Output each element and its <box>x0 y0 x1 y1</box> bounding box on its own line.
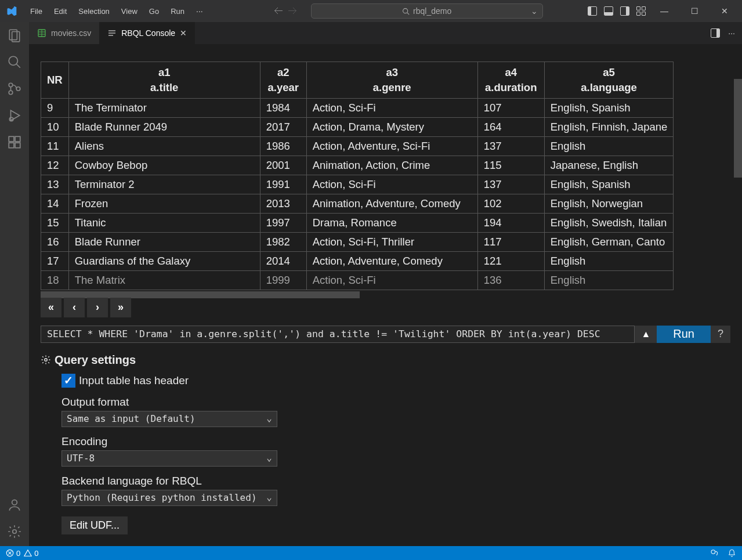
cell-language: Japanese, English <box>544 156 674 175</box>
accounts-icon[interactable] <box>7 497 22 512</box>
svg-line-1 <box>407 12 409 14</box>
toggle-secondary-sidebar-icon[interactable] <box>620 6 629 16</box>
vertical-scrollbar[interactable] <box>734 79 742 178</box>
history-toggle-button[interactable]: ▲ <box>635 326 657 343</box>
menu-file[interactable]: File <box>26 5 47 18</box>
error-icon <box>6 549 14 557</box>
query-input[interactable] <box>41 326 635 343</box>
query-settings: Query settings ✓ Input table has header … <box>41 343 742 534</box>
cell-duration: 102 <box>477 194 544 213</box>
backend-select[interactable]: Python (Requires python installed) <box>61 490 277 506</box>
activity-bar <box>0 22 29 546</box>
command-center[interactable]: rbql_demo ⌄ <box>311 3 543 19</box>
customize-layout-icon[interactable] <box>636 6 646 16</box>
header-code: a3 <box>386 66 398 78</box>
toggle-panel-icon[interactable] <box>604 6 613 16</box>
header-name: a.year <box>266 80 301 95</box>
cell-genre: Action, Drama, Mystery <box>306 117 477 136</box>
search-icon <box>402 8 410 15</box>
menu-edit[interactable]: Edit <box>49 5 71 18</box>
window-close-icon[interactable]: ✕ <box>713 6 736 16</box>
tab-movies-csv[interactable]: movies.csv <box>29 22 99 44</box>
bell-icon[interactable] <box>727 549 736 558</box>
window-minimize-icon[interactable]: — <box>653 6 676 16</box>
settings-gear-icon[interactable] <box>7 524 22 539</box>
query-row: ▲ Run ? <box>41 326 730 343</box>
svg-rect-11 <box>9 136 14 142</box>
table-row: 14Frozen2013Animation, Adventure, Comedy… <box>41 194 674 213</box>
tab-rbql-console[interactable]: RBQL Console ✕ <box>99 22 195 44</box>
cell-genre: Action, Sci-Fi, Thriller <box>306 232 477 251</box>
cell-duration: 115 <box>477 156 544 175</box>
feedback-icon[interactable] <box>710 548 719 558</box>
menu-go[interactable]: Go <box>144 5 164 18</box>
search-activity-icon[interactable] <box>7 55 22 70</box>
cell-nr: 18 <box>41 270 69 290</box>
svg-marker-28 <box>24 550 31 557</box>
svg-rect-13 <box>15 143 20 148</box>
source-control-icon[interactable] <box>7 81 22 96</box>
cell-nr: 15 <box>41 213 69 232</box>
cell-language: English <box>544 251 674 270</box>
split-editor-icon[interactable] <box>711 28 720 38</box>
run-debug-icon[interactable] <box>7 108 22 123</box>
output-format-label: Output format <box>61 396 742 409</box>
svg-point-29 <box>711 550 715 554</box>
nav-back-icon[interactable]: 🡠 <box>274 6 283 16</box>
svg-point-7 <box>9 91 13 95</box>
encoding-select[interactable]: UTF-8 <box>61 450 277 467</box>
svg-point-4 <box>9 56 17 65</box>
cell-genre: Action, Sci-Fi <box>306 98 477 117</box>
svg-point-16 <box>13 530 17 534</box>
cell-title: Frozen <box>68 194 260 213</box>
cell-year: 2014 <box>260 251 306 270</box>
cell-language: English, Spanish <box>544 175 674 194</box>
run-button[interactable]: Run <box>657 326 711 343</box>
pager-prev[interactable]: ‹ <box>64 298 85 317</box>
svg-marker-9 <box>11 110 20 120</box>
header-checkbox[interactable]: ✓ <box>61 374 75 388</box>
extensions-icon[interactable] <box>7 135 22 150</box>
menu-more-icon[interactable]: ··· <box>191 4 208 18</box>
header-code: a1 <box>158 66 171 78</box>
cell-duration: 164 <box>477 117 544 136</box>
cell-year: 1997 <box>260 213 306 232</box>
cell-title: Aliens <box>68 136 260 156</box>
status-errors[interactable]: 0 <box>6 549 20 558</box>
menu-view[interactable]: View <box>117 5 142 18</box>
menu-run[interactable]: Run <box>166 5 189 18</box>
cell-genre: Action, Adventure, Comedy <box>306 251 477 270</box>
cell-language: English, German, Canto <box>544 232 674 251</box>
cell-language: English, Swedish, Italian <box>544 213 674 232</box>
cell-language: English <box>544 270 674 290</box>
cell-genre: Animation, Action, Crime <box>306 156 477 175</box>
status-warnings[interactable]: 0 <box>24 549 38 558</box>
result-table: NR a1a.title a2a.year a3a.genre a4a.dura… <box>41 62 674 290</box>
nav-forward-icon[interactable]: 🡢 <box>288 6 297 16</box>
cell-duration: 136 <box>477 270 544 290</box>
svg-point-0 <box>403 8 408 13</box>
pager-next[interactable]: › <box>87 298 108 317</box>
cell-genre: Action, Adventure, Sci-Fi <box>306 136 477 156</box>
cell-genre: Drama, Romance <box>306 213 477 232</box>
table-row: 16Blade Runner1982Action, Sci-Fi, Thrill… <box>41 232 674 251</box>
tab-close-icon[interactable]: ✕ <box>180 28 187 38</box>
more-actions-icon[interactable]: ··· <box>728 28 735 38</box>
svg-point-8 <box>16 87 20 91</box>
explorer-icon[interactable] <box>7 28 22 43</box>
output-format-select[interactable]: Same as input (Default) <box>61 411 277 427</box>
backend-label: Backend language for RBQL <box>61 475 742 487</box>
edit-udf-button[interactable]: Edit UDF... <box>61 516 128 534</box>
help-button[interactable]: ? <box>711 326 730 343</box>
command-center-text: rbql_demo <box>413 6 451 16</box>
pager-last[interactable]: » <box>110 298 131 317</box>
cell-nr: 11 <box>41 136 69 156</box>
cell-title: Terminator 2 <box>68 175 260 194</box>
list-icon <box>107 28 117 38</box>
window-maximize-icon[interactable]: ☐ <box>683 6 706 16</box>
settings-title-text: Query settings <box>55 353 136 367</box>
menu-selection[interactable]: Selection <box>74 5 114 18</box>
toggle-sidebar-icon[interactable] <box>588 6 597 16</box>
pager-first[interactable]: « <box>41 298 61 317</box>
cell-title: Cowboy Bebop <box>68 156 260 175</box>
